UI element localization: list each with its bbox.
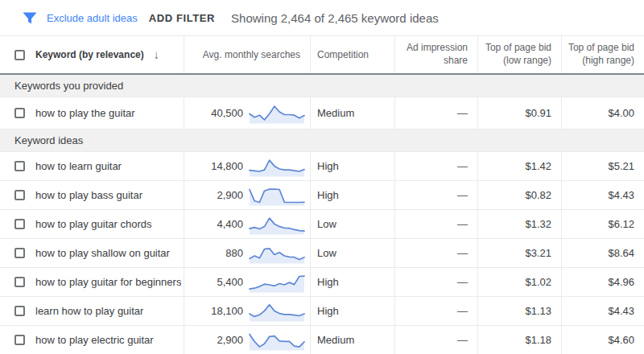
ad-impression-share-value: — xyxy=(394,210,477,238)
competition-value: High xyxy=(310,152,394,180)
top-bid-low-value: $1.02 xyxy=(477,268,561,296)
section-keywords-you-provided: Keywords you provided xyxy=(0,75,644,97)
row-checkbox[interactable] xyxy=(14,108,25,118)
ad-impression-share-value: — xyxy=(394,268,477,296)
header-top-bid-high[interactable]: Top of page bid (high range) xyxy=(561,36,644,73)
top-bid-low-value: $1.18 xyxy=(477,326,561,354)
filter-funnel-icon xyxy=(23,12,37,24)
ad-impression-share-value: — xyxy=(394,326,477,354)
top-bid-high-value: $4.43 xyxy=(561,181,644,209)
table-row: how to play guitar for beginners 5,400 H… xyxy=(0,268,644,297)
row-checkbox[interactable] xyxy=(14,306,25,316)
ad-impression-share-value: — xyxy=(394,297,477,325)
header-avg-monthly-searches[interactable]: Avg. monthly searches xyxy=(184,36,310,73)
table-row: how to learn guitar 14,800 High — $1.42 … xyxy=(0,152,644,181)
top-bid-low-value: $1.42 xyxy=(477,152,561,180)
avg-searches-value: 5,400 xyxy=(217,276,243,288)
header-keyword-label: Keyword (by relevance) xyxy=(35,49,144,60)
competition-value: High xyxy=(310,268,394,296)
row-checkbox[interactable] xyxy=(14,161,25,171)
table-header: Keyword (by relevance) ↓ Avg. monthly se… xyxy=(0,36,644,75)
table-row: learn how to play guitar 18,100 High — $… xyxy=(0,297,644,326)
competition-value: Medium xyxy=(310,97,394,129)
keyword-label: learn how to play guitar xyxy=(35,305,143,317)
competition-value: Medium xyxy=(310,326,394,354)
section-keyword-ideas: Keyword ideas xyxy=(0,130,644,152)
top-bid-low-value: $1.13 xyxy=(477,297,561,325)
search-trend-sparkline xyxy=(249,330,305,351)
top-bid-high-value: $6.12 xyxy=(561,210,644,238)
avg-searches-value: 2,900 xyxy=(217,334,243,346)
search-trend-sparkline xyxy=(249,156,305,177)
row-checkbox[interactable] xyxy=(14,219,25,229)
add-filter-button[interactable]: ADD FILTER xyxy=(149,12,215,24)
top-bid-low-value: $0.82 xyxy=(477,181,561,209)
search-trend-sparkline xyxy=(249,243,305,264)
search-trend-sparkline xyxy=(249,103,305,124)
sort-descending-icon[interactable]: ↓ xyxy=(154,48,159,61)
keyword-label: how to play guitar chords xyxy=(35,218,152,230)
keyword-label: how to play shallow on guitar xyxy=(35,247,170,259)
avg-searches-value: 2,900 xyxy=(217,189,243,201)
header-keyword[interactable]: Keyword (by relevance) ↓ xyxy=(0,36,184,73)
keyword-label: how to play bass guitar xyxy=(35,189,142,201)
ad-impression-share-value: — xyxy=(394,181,477,209)
avg-searches-value: 18,100 xyxy=(211,305,243,317)
header-ad-impression-share[interactable]: Ad impression share xyxy=(394,36,477,73)
top-bid-high-value: $5.21 xyxy=(561,152,644,180)
competition-value: High xyxy=(310,181,394,209)
row-checkbox[interactable] xyxy=(14,335,25,345)
competition-value: Low xyxy=(310,239,394,267)
top-bid-high-value: $8.64 xyxy=(561,239,644,267)
table-row: how to play guitar chords 4,400 Low — $1… xyxy=(0,210,644,239)
ad-impression-share-value: — xyxy=(394,97,477,129)
table-row: how to play the guitar 40,500 Medium — $… xyxy=(0,97,644,130)
top-bid-low-value: $1.32 xyxy=(477,210,561,238)
table-row: how to play shallow on guitar 880 Low — … xyxy=(0,239,644,268)
top-bid-low-value: $3.21 xyxy=(477,239,561,267)
search-trend-sparkline xyxy=(249,301,305,322)
table-row: how to play bass guitar 2,900 High — $0.… xyxy=(0,181,644,210)
search-trend-sparkline xyxy=(249,272,305,293)
search-trend-sparkline xyxy=(249,214,305,235)
keyword-label: how to play guitar for beginners xyxy=(35,276,181,288)
row-checkbox[interactable] xyxy=(14,248,25,258)
avg-searches-value: 40,500 xyxy=(211,107,243,119)
exclude-adult-ideas-link[interactable]: Exclude adult ideas xyxy=(47,12,138,24)
top-bid-high-value: $4.96 xyxy=(561,268,644,296)
select-all-checkbox[interactable] xyxy=(14,50,25,60)
avg-searches-value: 4,400 xyxy=(217,218,243,230)
ad-impression-share-value: — xyxy=(394,239,477,267)
top-bid-low-value: $0.91 xyxy=(477,97,561,129)
avg-searches-value: 14,800 xyxy=(211,160,243,172)
avg-searches-value: 880 xyxy=(225,247,243,259)
competition-value: Low xyxy=(310,210,394,238)
keyword-label: how to learn guitar xyxy=(35,160,122,172)
keyword-planner-page: Exclude adult ideas ADD FILTER Showing 2… xyxy=(0,0,644,354)
header-top-bid-low[interactable]: Top of page bid (low range) xyxy=(477,36,561,73)
row-checkbox[interactable] xyxy=(14,277,25,287)
keyword-label: how to play the guitar xyxy=(35,107,135,119)
top-bid-high-value: $4.60 xyxy=(561,326,644,354)
competition-value: High xyxy=(310,297,394,325)
ad-impression-share-value: — xyxy=(394,152,477,180)
top-bid-high-value: $4.43 xyxy=(561,297,644,325)
filter-toolbar: Exclude adult ideas ADD FILTER Showing 2… xyxy=(0,0,644,36)
header-competition[interactable]: Competition xyxy=(310,36,394,73)
table-row: how to play electric guitar 2,900 Medium… xyxy=(0,326,644,354)
row-checkbox[interactable] xyxy=(14,190,25,200)
keyword-label: how to play electric guitar xyxy=(35,334,154,346)
search-trend-sparkline xyxy=(249,185,305,206)
top-bid-high-value: $4.00 xyxy=(561,97,644,129)
results-count-text: Showing 2,464 of 2,465 keyword ideas xyxy=(231,11,439,25)
